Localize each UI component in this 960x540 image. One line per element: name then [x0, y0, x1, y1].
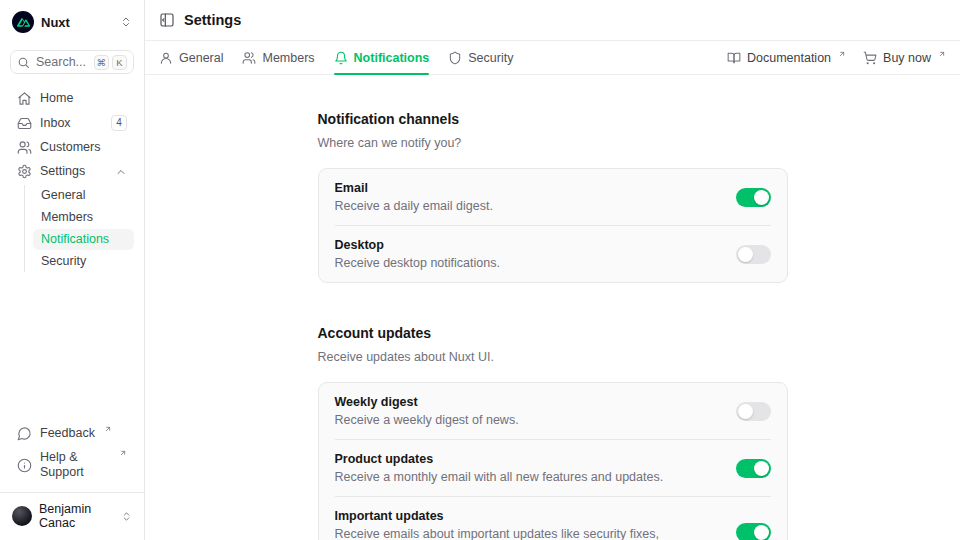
- section-title: Notification channels: [318, 111, 788, 127]
- setting-description: Receive a daily email digest.: [335, 199, 493, 213]
- search-icon: [17, 56, 30, 69]
- chevron-up-icon: [115, 166, 127, 178]
- page-header: Settings: [145, 0, 960, 41]
- setting-text: Product updates Receive a monthly email …: [335, 452, 664, 484]
- product-updates-toggle[interactable]: [736, 459, 771, 478]
- sidebar-item-label: Inbox: [40, 116, 71, 131]
- page-title: Settings: [184, 12, 241, 28]
- setting-description: Receive emails about important updates l…: [335, 527, 722, 540]
- external-link-icon: [938, 50, 946, 58]
- tab-label: Members: [262, 51, 314, 65]
- weekly-digest-toggle[interactable]: [736, 402, 771, 421]
- book-icon: [727, 51, 741, 65]
- chevrons-up-down-icon: [121, 511, 132, 522]
- sidebar-item-label: Feedback: [40, 426, 95, 441]
- settings-container: Notification channels Where can we notif…: [318, 75, 788, 540]
- sidebar-item-security[interactable]: Security: [33, 251, 134, 272]
- section-description: Where can we notify you?: [318, 136, 788, 150]
- sidebar-item-help-support[interactable]: Help & Support: [10, 446, 134, 484]
- tab-bar: General Members Notifications Security: [145, 41, 960, 75]
- content-scroll-area[interactable]: Notification channels Where can we notif…: [145, 75, 960, 540]
- chat-bubble-icon: [17, 426, 32, 441]
- nuxt-logo-icon: [12, 11, 34, 33]
- inbox-count-badge: 4: [111, 115, 127, 131]
- setting-text: Weekly digest Receive a weekly digest of…: [335, 395, 519, 427]
- buy-now-button[interactable]: Buy now: [863, 51, 946, 65]
- tab-label: Notifications: [354, 51, 430, 65]
- section-title: Account updates: [318, 325, 788, 341]
- settings-card: Email Receive a daily email digest. Desk…: [318, 168, 788, 283]
- sidebar-collapse-icon[interactable]: [159, 12, 175, 28]
- external-link-icon: [838, 50, 846, 58]
- sidebar-item-inbox[interactable]: Inbox 4: [10, 111, 134, 135]
- email-toggle[interactable]: [736, 188, 771, 207]
- setting-text: Email Receive a daily email digest.: [335, 181, 493, 213]
- section-description: Receive updates about Nuxt UI.: [318, 350, 788, 364]
- tab-general[interactable]: General: [159, 41, 223, 74]
- users-icon: [242, 51, 256, 65]
- sidebar-item-notifications[interactable]: Notifications: [33, 229, 134, 250]
- tab-label: Security: [468, 51, 513, 65]
- sidebar-footer: Feedback Help & Support: [10, 422, 134, 484]
- kbd-k: K: [112, 55, 127, 70]
- setting-text: Desktop Receive desktop notifications.: [335, 238, 500, 270]
- kbd-cmd: ⌘: [94, 55, 110, 70]
- sidebar: Nuxt Search... ⌘ K Home: [0, 0, 145, 540]
- documentation-button[interactable]: Documentation: [727, 51, 846, 65]
- tab-notifications[interactable]: Notifications: [334, 41, 430, 74]
- sidebar-item-label: General: [41, 188, 85, 203]
- avatar: [12, 506, 32, 526]
- settings-subnav: General Members Notifications Security: [24, 185, 134, 272]
- setting-label: Product updates: [335, 452, 664, 466]
- header-actions: Documentation Buy now: [727, 51, 946, 65]
- tab-security[interactable]: Security: [448, 41, 513, 74]
- setting-description: Receive a monthly email with all new fea…: [335, 470, 664, 484]
- section-notification-channels: Notification channels Where can we notif…: [318, 111, 788, 283]
- setting-description: Receive desktop notifications.: [335, 256, 500, 270]
- sidebar-item-home[interactable]: Home: [10, 87, 134, 110]
- setting-row-product-updates: Product updates Receive a monthly email …: [319, 440, 787, 496]
- sidebar-item-settings[interactable]: Settings: [10, 160, 134, 183]
- action-label: Buy now: [883, 51, 931, 65]
- setting-row-important-updates: Important updates Receive emails about i…: [319, 497, 787, 540]
- user-icon: [159, 51, 173, 65]
- sidebar-item-members[interactable]: Members: [33, 207, 134, 228]
- setting-row-desktop: Desktop Receive desktop notifications.: [319, 226, 787, 282]
- sidebar-item-label: Notifications: [41, 232, 109, 247]
- action-label: Documentation: [747, 51, 831, 65]
- external-link-icon: [104, 425, 112, 433]
- info-circle-icon: [17, 458, 32, 473]
- search-input[interactable]: Search... ⌘ K: [10, 50, 134, 74]
- setting-row-weekly-digest: Weekly digest Receive a weekly digest of…: [319, 383, 787, 439]
- shield-icon: [448, 51, 462, 65]
- sidebar-item-feedback[interactable]: Feedback: [10, 422, 134, 445]
- important-updates-toggle[interactable]: [736, 523, 771, 540]
- bell-icon: [334, 51, 348, 65]
- inbox-icon: [17, 116, 32, 131]
- setting-label: Important updates: [335, 509, 722, 523]
- sidebar-item-general[interactable]: General: [33, 185, 134, 206]
- setting-row-email: Email Receive a daily email digest.: [319, 169, 787, 225]
- gear-icon: [17, 164, 32, 179]
- chevrons-up-down-icon: [120, 16, 132, 28]
- sidebar-item-label: Security: [41, 254, 86, 269]
- users-icon: [17, 140, 32, 155]
- main-area: Settings General Members Notifications: [145, 0, 960, 540]
- workspace-name: Nuxt: [41, 15, 70, 30]
- sidebar-item-label: Settings: [40, 164, 85, 179]
- tab-members[interactable]: Members: [242, 41, 314, 74]
- setting-text: Important updates Receive emails about i…: [335, 509, 722, 540]
- sidebar-item-customers[interactable]: Customers: [10, 136, 134, 159]
- section-account-updates: Account updates Receive updates about Nu…: [318, 325, 788, 540]
- desktop-toggle[interactable]: [736, 245, 771, 264]
- app-root: Nuxt Search... ⌘ K Home: [0, 0, 960, 540]
- sidebar-item-label: Help & Support: [40, 450, 110, 480]
- search-placeholder: Search...: [36, 55, 86, 69]
- home-icon: [17, 91, 32, 106]
- sidebar-item-label: Customers: [40, 140, 100, 155]
- sidebar-item-label: Home: [40, 91, 73, 106]
- setting-label: Weekly digest: [335, 395, 519, 409]
- workspace-switcher[interactable]: Nuxt: [10, 9, 134, 35]
- external-link-icon: [119, 449, 127, 457]
- user-menu[interactable]: Benjamin Canac: [10, 493, 134, 532]
